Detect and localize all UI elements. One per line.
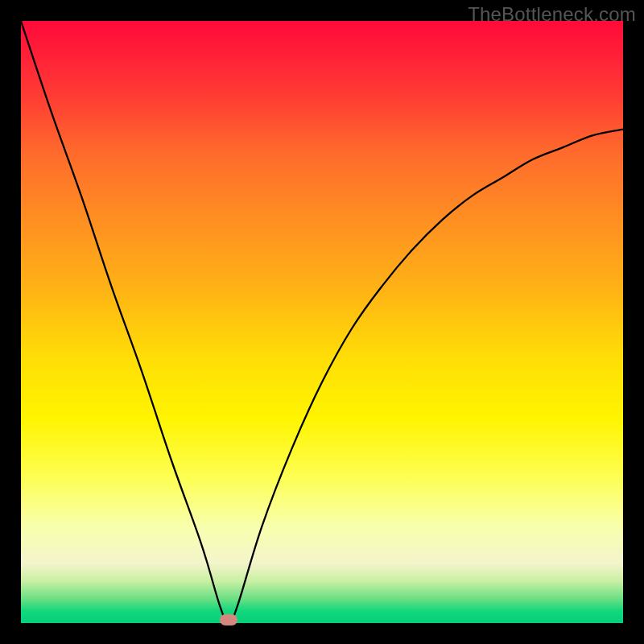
chart-area [21, 21, 623, 623]
optimal-marker [220, 614, 237, 625]
bottleneck-curve [21, 21, 623, 623]
watermark-text: TheBottleneck.com [468, 3, 636, 26]
